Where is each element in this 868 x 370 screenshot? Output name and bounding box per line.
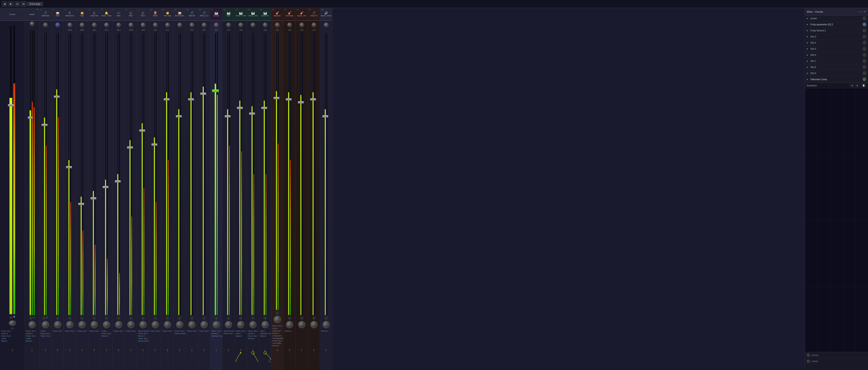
pan-1[interactable] <box>42 321 49 328</box>
send-down-current[interactable]: ↓ <box>12 353 13 356</box>
mute-5[interactable]: ● <box>93 316 96 319</box>
mute-current[interactable]: ● <box>9 316 13 319</box>
slot-none-top[interactable]: ▶ (none) <box>805 15 868 22</box>
knob-7[interactable] <box>116 23 121 27</box>
eq-prev-button[interactable]: ◀ <box>850 83 854 87</box>
slot-4-toggle[interactable] <box>863 41 866 44</box>
eq-next-button[interactable]: ▶ <box>855 83 860 87</box>
slot-6[interactable]: ▶ Slot 6 <box>805 52 868 58</box>
slot-fruity-reverb2-toggle[interactable] <box>863 29 866 32</box>
pan-10[interactable] <box>152 321 159 328</box>
slot-3-toggle[interactable] <box>863 35 866 38</box>
knob-10[interactable] <box>153 23 158 27</box>
mute-12[interactable]: ● <box>178 316 181 319</box>
pan-14[interactable] <box>200 321 208 328</box>
eq-save-button[interactable]: 💾 <box>861 83 866 87</box>
pan-6[interactable] <box>103 321 110 328</box>
slot-4[interactable]: ▶ Slot 4 <box>805 40 868 46</box>
pan-17[interactable] <box>237 321 244 328</box>
mute-22[interactable]: ● <box>300 316 303 319</box>
knob-18[interactable] <box>251 23 255 27</box>
slot-5[interactable]: ▶ Slot 5 <box>805 46 868 52</box>
knob-20[interactable] <box>275 23 280 27</box>
send-up-master[interactable]: ↑ <box>31 348 33 352</box>
slot-sidechain-comp-toggle[interactable] <box>863 77 866 81</box>
pan-9[interactable] <box>140 321 147 328</box>
rp-minimize-button[interactable]: — <box>858 10 861 13</box>
pan-13[interactable] <box>188 321 195 328</box>
rp-close-button[interactable]: ✕ <box>864 10 866 13</box>
knob-master-volume[interactable] <box>30 22 34 26</box>
pan-4[interactable] <box>79 321 86 328</box>
slot-8-toggle[interactable] <box>863 65 866 69</box>
knob-22[interactable] <box>300 23 304 27</box>
pan-current[interactable] <box>9 320 16 326</box>
eq-display[interactable] <box>805 88 868 352</box>
slot-7-toggle[interactable] <box>863 59 866 63</box>
knob-1[interactable] <box>43 23 48 27</box>
knob-3[interactable] <box>68 23 72 27</box>
mute-3[interactable]: ● <box>68 316 71 319</box>
mute-16[interactable]: ● <box>227 316 230 319</box>
knob-13[interactable] <box>190 23 194 27</box>
forward-button[interactable]: ▶ <box>8 1 13 6</box>
knob-4[interactable] <box>80 23 84 27</box>
mute-9[interactable]: ● <box>142 316 145 319</box>
mute-7[interactable]: ● <box>117 316 120 319</box>
slot-fruity-eq2[interactable]: ▶ Fruity parametric EQ 2 <box>805 22 868 28</box>
knob-12[interactable] <box>178 23 182 27</box>
pan-19[interactable] <box>261 321 269 328</box>
pan-2[interactable] <box>54 321 61 328</box>
pan-23[interactable] <box>310 321 318 328</box>
knob-19[interactable] <box>263 23 268 27</box>
end-button[interactable]: ⏭ <box>21 1 26 6</box>
mute-23[interactable]: ● <box>312 316 315 319</box>
knob-9[interactable] <box>141 23 145 27</box>
mute-19[interactable]: ● <box>264 316 267 319</box>
pan-12[interactable] <box>176 321 183 328</box>
pan-8[interactable] <box>127 321 134 328</box>
pan-125[interactable] <box>322 321 330 328</box>
slot-fruity-reverb2[interactable]: ▶ Fruity Reverb 2 <box>805 28 868 34</box>
pan-5[interactable] <box>91 321 98 328</box>
slot-6-toggle[interactable] <box>863 53 866 57</box>
knob-11[interactable] <box>165 23 170 27</box>
knob-2[interactable] <box>55 23 60 27</box>
pan-20[interactable] <box>274 316 281 323</box>
slot-8[interactable]: ▶ Slot 8 <box>805 64 868 70</box>
slot-none-toggle[interactable] <box>863 16 866 20</box>
knob-14[interactable] <box>202 23 206 27</box>
pan-18[interactable] <box>249 321 256 328</box>
mute-6[interactable]: ● <box>105 316 108 319</box>
mute-1[interactable]: ● <box>42 316 46 319</box>
mute-2[interactable]: ● <box>56 316 59 319</box>
knob-23[interactable] <box>312 23 316 27</box>
slot-sidechain-comp[interactable]: ▶ Sidechain Comp <box>805 76 868 82</box>
pan-7[interactable] <box>115 321 122 328</box>
mute-17[interactable]: ● <box>239 316 242 319</box>
knob-5[interactable] <box>92 23 96 27</box>
mute-4[interactable]: ● <box>81 316 84 319</box>
mute-8[interactable]: ● <box>129 316 132 319</box>
mute-14[interactable]: ● <box>203 316 206 319</box>
mute-13[interactable]: ● <box>190 316 193 319</box>
mute-20[interactable]: ● <box>276 311 279 314</box>
pan-master[interactable] <box>29 321 36 328</box>
slot-3[interactable]: ▶ Slot 3 <box>805 34 868 40</box>
send-up-current[interactable]: ↑ <box>11 348 13 352</box>
knob-6[interactable] <box>104 23 109 27</box>
mute-21[interactable]: ● <box>288 316 291 319</box>
slot-9[interactable]: ▶ Slot 9 <box>805 70 868 76</box>
pan-21[interactable] <box>286 321 293 328</box>
knob-17[interactable] <box>239 23 243 27</box>
knob-125[interactable] <box>324 23 329 27</box>
mute-10[interactable]: ● <box>154 316 157 319</box>
back-button[interactable]: ◀ <box>2 1 7 6</box>
start-button[interactable]: ⏮ <box>14 1 20 6</box>
pan-3[interactable] <box>66 321 73 328</box>
mute-15[interactable]: ● <box>215 316 218 319</box>
pan-11[interactable] <box>164 321 171 328</box>
knob-16[interactable] <box>226 23 231 27</box>
pan-15[interactable] <box>213 321 220 328</box>
pan-16[interactable] <box>225 321 232 328</box>
